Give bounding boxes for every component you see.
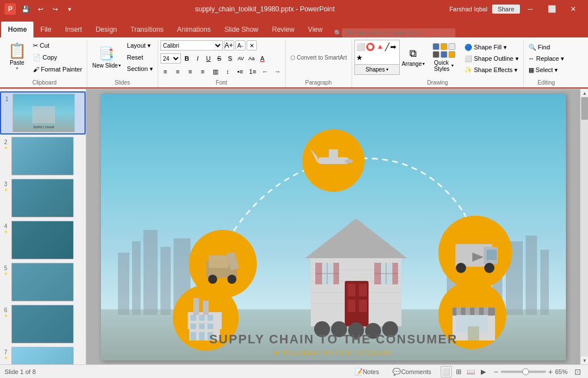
columns-button[interactable]: ▥ — [210, 66, 221, 77]
tab-transitions[interactable]: Transitions — [124, 22, 170, 37]
tab-insert[interactable]: Insert — [58, 22, 89, 37]
customize-qa-button[interactable]: ▾ — [64, 3, 76, 15]
bold-button[interactable]: B — [182, 53, 192, 64]
close-button[interactable]: ✕ — [563, 1, 583, 17]
shape-triangle[interactable]: 🔺 — [375, 43, 384, 51]
clear-format-button[interactable]: ✕ — [247, 40, 257, 51]
slide-thumb-6[interactable]: 6 ★ — [0, 304, 86, 345]
slide-number-1: 1 — [3, 94, 10, 102]
notes-button[interactable]: 📝 Notes — [350, 366, 384, 377]
align-right-button[interactable]: ≡ — [185, 66, 196, 77]
replace-button[interactable]: ↔ Replace ▾ — [526, 53, 566, 64]
slide-canvas[interactable]: SUPPLY CHAIN TO THE CONSUMER A PRESENTAT… — [101, 94, 566, 360]
reset-button[interactable]: Reset — [125, 52, 155, 63]
convert-smartart-button[interactable]: ⬡ Convert to SmartArt — [288, 52, 349, 63]
zoom-in-button[interactable]: + — [548, 367, 553, 376]
shape-star[interactable]: ★ — [356, 53, 363, 62]
numbering-button[interactable]: 1≡ — [248, 66, 258, 77]
paste-dropdown[interactable]: ▾ — [16, 66, 18, 71]
align-left-button[interactable]: ≡ — [160, 66, 171, 77]
scroll-thumb[interactable] — [581, 97, 588, 120]
save-button[interactable]: 💾 — [19, 3, 32, 15]
bullets-button[interactable]: •≡ — [235, 66, 246, 77]
slide-thumb-2[interactable]: 2 ★ — [0, 136, 86, 177]
tab-file[interactable]: File — [33, 22, 58, 37]
notes-icon: 📝 — [354, 368, 363, 376]
section-button[interactable]: Section ▾ — [125, 64, 155, 75]
slide-info: Slide 1 of 8 — [5, 368, 36, 375]
shapes-button[interactable]: Shapes▾ — [354, 65, 400, 75]
font-color-button[interactable]: A — [257, 53, 268, 64]
strikethrough-button[interactable]: S — [214, 53, 225, 64]
redo-button[interactable]: ↪ — [49, 3, 61, 15]
share-button[interactable]: Share — [492, 5, 520, 14]
slide-thumb-1[interactable]: 1 SUPPLY CHAIN — [0, 91, 86, 135]
slide-show-button[interactable]: ▶ — [478, 366, 489, 377]
quick-styles-button[interactable]: QuickStyles▾ — [427, 40, 461, 75]
slide-thumb-7[interactable]: 7 ★ — [0, 346, 86, 364]
text-shadow-button[interactable]: S — [225, 53, 235, 64]
ribbon-content: 📋 Paste ▾ ✂ Cut 📄 Copy 🖌 Format Painter … — [0, 37, 588, 89]
clipboard-label: Clipboard — [5, 78, 84, 87]
paste-button[interactable]: 📋 Paste ▾ — [5, 40, 29, 75]
char-spacing-button[interactable]: AV — [236, 53, 246, 64]
new-slide-button[interactable]: 📑 New Slide ▾ — [90, 40, 124, 75]
align-center-button[interactable]: ≡ — [173, 66, 183, 77]
increase-font-button[interactable]: A+ — [224, 40, 234, 51]
right-scrollbar[interactable]: ▲ ▼ — [580, 89, 588, 364]
increase-indent-button[interactable]: → — [273, 66, 283, 77]
font-family-select[interactable]: Calibri — [160, 40, 223, 51]
line-spacing-button[interactable]: ↕ — [223, 66, 233, 77]
normal-view-button[interactable]: ⬜ — [441, 366, 452, 377]
tab-slide-show[interactable]: Slide Show — [218, 22, 265, 37]
copy-button[interactable]: 📄 Copy — [31, 52, 84, 63]
undo-button[interactable]: ↩ — [34, 3, 46, 15]
slide-thumb-4[interactable]: 4 ★ — [0, 220, 86, 261]
layout-button[interactable]: Layout ▾ — [125, 40, 155, 51]
justify-button[interactable]: ≡ — [198, 66, 208, 77]
format-painter-button[interactable]: 🖌 Format Painter — [31, 64, 84, 75]
zoom-thumb[interactable] — [522, 368, 529, 375]
decrease-font-button[interactable]: A- — [235, 40, 246, 51]
underline-button[interactable]: U — [204, 53, 214, 64]
tab-view[interactable]: View — [301, 22, 329, 37]
reading-view-button[interactable]: 📖 — [466, 366, 477, 377]
zoom-slider[interactable] — [501, 371, 546, 373]
maximize-button[interactable]: ⬜ — [542, 1, 562, 17]
scroll-up-button[interactable]: ▲ — [581, 89, 588, 97]
scroll-track[interactable] — [581, 97, 588, 356]
minimize-button[interactable]: ─ — [520, 1, 540, 17]
shape-effects-button[interactable]: ✨ Shape Effects ▾ — [462, 65, 521, 75]
cut-button[interactable]: ✂ Cut — [31, 40, 84, 51]
svg-rect-48 — [392, 263, 398, 284]
tab-home[interactable]: Home — [1, 22, 33, 37]
shape-outline-button[interactable]: ⬜ Shape Outline ▾ — [462, 53, 521, 64]
arrange-button[interactable]: ⧉ Arrange▾ — [401, 40, 426, 75]
svg-rect-70 — [456, 308, 461, 316]
select-button[interactable]: ▦ Select ▾ — [526, 65, 566, 75]
scroll-down-button[interactable]: ▼ — [581, 356, 588, 364]
slide-sorter-button[interactable]: ⊞ — [453, 366, 464, 377]
shape-rect[interactable]: ⬜ — [356, 43, 365, 51]
font-size-select[interactable]: 24 — [160, 53, 181, 64]
arrange-label: Arrange▾ — [401, 61, 425, 67]
tell-me-input[interactable] — [342, 28, 455, 37]
tab-animations[interactable]: Animations — [170, 22, 217, 37]
zoom-out-button[interactable]: − — [494, 367, 498, 376]
svg-rect-36 — [359, 284, 367, 296]
find-button[interactable]: 🔍 Find — [526, 42, 566, 52]
decrease-indent-button[interactable]: ← — [260, 66, 270, 77]
change-case-button[interactable]: Aa — [247, 53, 257, 64]
shape-circle[interactable]: ⭕ — [366, 43, 375, 51]
comments-button[interactable]: 💬 Comments — [388, 366, 435, 377]
shape-arrow[interactable]: ➡ — [390, 43, 396, 51]
notes-label: Notes — [363, 368, 379, 375]
italic-button[interactable]: I — [193, 53, 203, 64]
tab-review[interactable]: Review — [265, 22, 301, 37]
shape-fill-button[interactable]: 🔵 Shape Fill ▾ — [462, 42, 521, 52]
slide-thumb-3[interactable]: 3 ★ — [0, 178, 86, 219]
fit-to-window-button[interactable]: ⊡ — [572, 367, 583, 376]
slide-thumb-5[interactable]: 5 ★ — [0, 262, 86, 303]
shape-line[interactable]: ╱ — [385, 43, 390, 51]
tab-design[interactable]: Design — [89, 22, 124, 37]
